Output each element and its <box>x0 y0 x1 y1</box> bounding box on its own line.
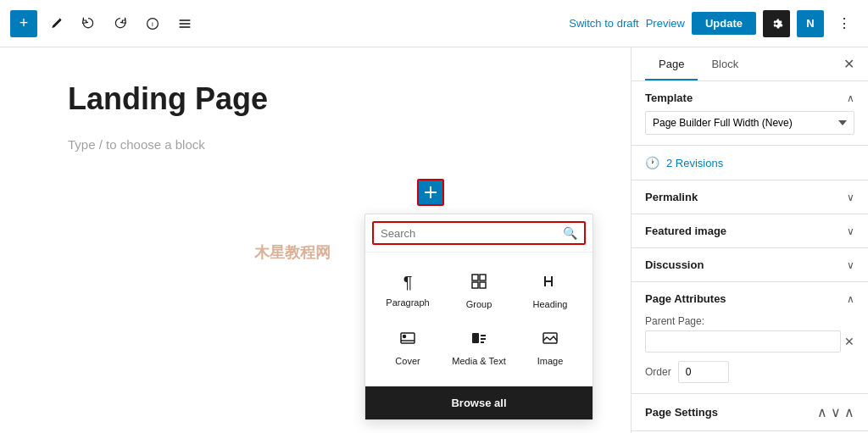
sidebar: Page Block ✕ Template ∧ Page Builder Ful… <box>631 47 868 433</box>
svg-rect-6 <box>425 192 437 193</box>
svg-rect-15 <box>481 335 486 336</box>
tab-block[interactable]: Block <box>698 47 752 80</box>
svg-text:i: i <box>152 20 153 28</box>
order-input[interactable] <box>678 361 729 383</box>
parent-page-clear-button[interactable]: ✕ <box>844 335 854 348</box>
page-settings-down-button[interactable]: ∨ <box>831 404 841 420</box>
editor: Landing Page Type / to choose a block 木星… <box>0 47 631 433</box>
redo-button[interactable] <box>107 10 134 37</box>
svg-rect-2 <box>180 19 191 21</box>
sidebar-close-button[interactable]: ✕ <box>843 47 854 80</box>
svg-rect-4 <box>180 26 191 28</box>
discussion-chevron-icon: ∨ <box>847 259 854 271</box>
svg-rect-3 <box>180 23 191 25</box>
media-text-icon <box>470 330 487 351</box>
toolbar-right: Switch to draft Preview Update N ⋮ <box>569 10 858 37</box>
floating-add-block-button[interactable] <box>417 179 444 206</box>
block-grid: ¶ Paragraph Group Heading <box>365 253 593 386</box>
browse-all-button[interactable]: Browse all <box>365 386 593 419</box>
block-item-group[interactable]: Group <box>443 263 515 319</box>
parent-page-input-row: ✕ <box>645 330 854 353</box>
page-attributes-body: Parent Page: ✕ Order <box>632 315 868 393</box>
svg-rect-10 <box>480 282 486 288</box>
revisions-icon: 🕐 <box>645 156 659 169</box>
page-attributes-header[interactable]: Page Attributes ∧ <box>632 282 868 315</box>
block-search-icon-button[interactable]: 🔍 <box>563 226 577 240</box>
block-item-paragraph[interactable]: ¶ Paragraph <box>372 263 443 319</box>
page-settings-up-button[interactable]: ∧ <box>817 404 827 420</box>
block-search-input[interactable] <box>381 227 558 240</box>
edit-icon-button[interactable] <box>42 10 70 37</box>
page-settings-title: Page Settings <box>645 406 718 419</box>
svg-rect-9 <box>472 282 478 288</box>
template-section-title: Template <box>645 92 693 104</box>
block-inserter-popup: 🔍 ¶ Paragraph Group <box>364 214 593 420</box>
svg-rect-11 <box>401 333 415 343</box>
featured-image-section[interactable]: Featured image ∨ <box>632 214 868 248</box>
featured-image-title: Featured image <box>645 225 726 237</box>
page-title[interactable]: Landing Page <box>68 81 563 117</box>
block-search-row: 🔍 <box>365 214 593 253</box>
page-attributes-title: Page Attributes <box>645 292 726 305</box>
svg-rect-8 <box>480 275 486 280</box>
parent-page-input[interactable] <box>645 330 841 353</box>
svg-point-13 <box>403 336 406 338</box>
cover-icon <box>399 330 416 351</box>
revisions-link[interactable]: 2 Revisions <box>666 157 723 169</box>
group-icon <box>470 273 487 294</box>
block-label-group: Group <box>466 299 492 309</box>
watermark: 木星教程网 <box>254 242 331 263</box>
tab-page[interactable]: Page <box>645 47 698 80</box>
svg-rect-17 <box>481 341 484 343</box>
block-item-image[interactable]: Image <box>515 319 586 376</box>
permalink-title: Permalink <box>645 191 698 203</box>
template-chevron-icon: ∧ <box>847 92 854 104</box>
neve-button[interactable]: N <box>797 10 824 37</box>
block-item-cover[interactable]: Cover <box>372 319 443 376</box>
revisions-row: 🕐 2 Revisions <box>632 146 868 180</box>
page-settings-controls: ∧ ∨ ∧ <box>817 404 854 420</box>
block-label-image: Image <box>537 356 564 366</box>
featured-image-chevron-icon: ∨ <box>847 225 854 237</box>
image-icon <box>542 330 559 351</box>
preview-button[interactable]: Preview <box>646 17 685 30</box>
order-row: Order <box>645 361 854 383</box>
undo-button[interactable] <box>75 10 102 37</box>
more-options-button[interactable]: ⋮ <box>831 10 858 37</box>
permalink-chevron-icon: ∨ <box>847 192 854 203</box>
heading-icon <box>542 273 559 294</box>
info-button[interactable]: i <box>139 10 166 37</box>
block-label-media-text: Media & Text <box>452 356 505 366</box>
page-settings-section: Page Settings ∧ ∨ ∧ <box>632 394 868 431</box>
block-placeholder[interactable]: Type / to choose a block <box>68 137 563 152</box>
block-item-media-text[interactable]: Media & Text <box>443 319 515 376</box>
switch-to-draft-button[interactable]: Switch to draft <box>569 17 638 30</box>
discussion-section[interactable]: Discussion ∨ <box>632 248 868 282</box>
svg-rect-14 <box>472 333 479 343</box>
discussion-title: Discussion <box>645 258 704 271</box>
block-search-input-wrap: 🔍 <box>372 221 586 245</box>
page-attributes-chevron-icon: ∧ <box>847 293 854 305</box>
block-label-cover: Cover <box>395 356 420 366</box>
parent-page-label: Parent Page: <box>645 315 854 327</box>
toolbar: + i Switch to draft Preview Update N ⋮ <box>0 0 868 47</box>
toolbar-left: + i <box>10 10 562 37</box>
template-section: Template ∧ Page Builder Full Width (Neve… <box>632 81 868 146</box>
order-label: Order <box>645 366 671 378</box>
permalink-section[interactable]: Permalink ∨ <box>632 180 868 214</box>
template-select[interactable]: Page Builder Full Width (Neve) <box>645 111 854 135</box>
settings-button[interactable] <box>763 10 790 37</box>
list-view-button[interactable] <box>171 10 198 37</box>
main-area: Landing Page Type / to choose a block 木星… <box>0 47 868 433</box>
block-label-paragraph: Paragraph <box>386 297 429 308</box>
paragraph-icon: ¶ <box>403 273 413 292</box>
page-attributes-section: Page Attributes ∧ Parent Page: ✕ Order <box>632 282 868 394</box>
sidebar-tabs: Page Block ✕ <box>632 47 868 81</box>
update-button[interactable]: Update <box>692 12 756 35</box>
block-item-heading[interactable]: Heading <box>515 263 586 319</box>
svg-rect-16 <box>481 338 486 340</box>
page-settings-collapse-button[interactable]: ∧ <box>844 404 854 420</box>
svg-rect-7 <box>472 275 478 280</box>
block-label-heading: Heading <box>533 299 568 309</box>
add-block-button[interactable]: + <box>10 10 37 37</box>
